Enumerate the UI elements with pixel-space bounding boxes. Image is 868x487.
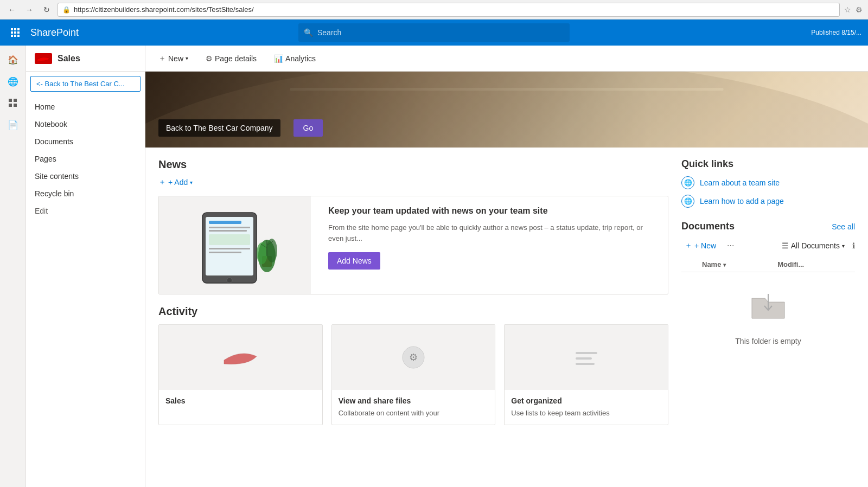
svg-rect-9 (9, 99, 12, 102)
grid-rail-icon[interactable] (3, 93, 23, 113)
url-text: https://citizenbuilders.sharepoint.com/s… (74, 5, 254, 14)
globe-link-icon-0: 🌐 (681, 176, 694, 189)
svg-rect-12 (14, 104, 17, 107)
content-toolbar: ＋ New ▾ ⚙ Page details 📊 Analytics (145, 46, 868, 72)
empty-folder: This folder is empty (681, 272, 855, 356)
nav-item-pages[interactable]: Pages (26, 150, 145, 168)
activity-card-0: Sales (158, 324, 323, 425)
analytics-button[interactable]: 📊 Analytics (270, 51, 320, 66)
svg-rect-14 (290, 88, 723, 91)
see-all-link[interactable]: See all (832, 222, 855, 231)
svg-rect-5 (17, 31, 20, 34)
activity-card-text-1: Collaborate on content with your (339, 408, 489, 418)
home-rail-icon[interactable]: 🏠 (3, 50, 23, 69)
globe-rail-icon[interactable]: 🌐 (3, 72, 23, 91)
svg-rect-10 (14, 99, 17, 102)
activity-card-body-0: Sales (159, 390, 322, 415)
address-bar[interactable]: 🔒 https://citizenbuilders.sharepoint.com… (58, 3, 840, 17)
add-news-button[interactable]: Add News (328, 252, 380, 270)
documents-title: Documents (681, 221, 735, 232)
activity-card-1: ⚙ View and share files Collaborate on co… (331, 324, 496, 425)
new-button[interactable]: ＋ New ▾ (154, 50, 193, 67)
activity-card-title-0: Sales (165, 396, 316, 405)
site-title: Sales (26, 46, 145, 72)
nav-item-home[interactable]: Home (26, 98, 145, 116)
svg-rect-21 (209, 248, 250, 249)
lock-icon: 🔒 (62, 6, 71, 14)
nav-item-recycle-bin[interactable]: Recycle bin (26, 185, 145, 202)
svg-rect-11 (9, 104, 12, 107)
page-details-button[interactable]: ⚙ Page details (201, 51, 261, 66)
app-logo[interactable]: SharePoint (30, 27, 79, 39)
name-sort-icon: ▾ (723, 262, 726, 268)
svg-rect-1 (14, 28, 16, 30)
news-card: Keep your team updated with news on your… (158, 196, 668, 294)
hero-go-button[interactable]: Go (293, 119, 323, 137)
nav-item-documents[interactable]: Documents (26, 133, 145, 150)
quick-link-label-1: Learn how to add a page (700, 197, 784, 206)
site-name-label: Sales (58, 54, 80, 63)
site-logo (35, 53, 52, 64)
doc-more-button[interactable]: ··· (724, 239, 737, 253)
globe-link-icon-1: 🌐 (681, 195, 694, 208)
activity-card-2: Get organized Use lists to keep team act… (504, 324, 668, 425)
bookmark-icon[interactable]: ☆ (844, 5, 851, 14)
add-chevron-icon: ▾ (190, 180, 193, 185)
activity-section: Activity Sales (158, 305, 668, 425)
list-view-icon: ☰ (782, 241, 789, 250)
svg-rect-4 (14, 31, 16, 34)
forward-nav-btn[interactable]: → (23, 3, 36, 16)
content-main: Back to The Best Car Company Go News ＋ +… (145, 72, 868, 487)
plus-icon: ＋ (158, 54, 166, 63)
svg-rect-33 (576, 352, 597, 354)
left-sidebar: Sales <- Back to The Best Car C... Home … (26, 46, 145, 487)
doc-col-modified: Modifi... (773, 257, 855, 272)
nav-item-site-contents[interactable]: Site contents (26, 168, 145, 185)
topbar-right: Published 8/15/... (811, 29, 861, 36)
quick-link-0[interactable]: 🌐 Learn about a team site (681, 176, 855, 189)
svg-rect-35 (576, 363, 595, 365)
waffle-menu-icon[interactable] (7, 24, 24, 41)
documents-header: Documents See all (681, 221, 855, 232)
nav-item-notebook[interactable]: Notebook (26, 116, 145, 133)
doc-view-select[interactable]: ☰ All Documents ▾ (782, 241, 845, 250)
svg-rect-8 (17, 35, 20, 37)
doc-col-name[interactable]: Name ▾ (698, 257, 773, 272)
documents-section: Documents See all ＋ + New ··· ☰ (681, 221, 855, 356)
hero-back-button[interactable]: Back to The Best Car Company (158, 119, 280, 137)
doc-col-icon (681, 257, 698, 272)
back-nav-btn[interactable]: ← (5, 3, 18, 16)
news-add-button[interactable]: ＋ + Add ▾ (158, 177, 668, 187)
activity-card-body-2: Get organized Use lists to keep team act… (505, 390, 668, 425)
page-rail-icon[interactable]: 📄 (3, 115, 23, 134)
news-section-title: News (158, 158, 668, 171)
content-area: ＋ New ▾ ⚙ Page details 📊 Analytics (145, 46, 868, 487)
svg-rect-22 (209, 252, 241, 253)
search-icon: 🔍 (304, 28, 313, 37)
news-headline: Keep your team updated with news on your… (328, 205, 659, 217)
analytics-icon: 📊 (274, 54, 283, 63)
svg-point-26 (257, 242, 267, 264)
side-column: Quick links 🌐 Learn about a team site 🌐 … (681, 158, 855, 425)
nav-item-edit[interactable]: Edit (26, 202, 145, 220)
published-text: Published 8/15/... (811, 29, 861, 36)
search-placeholder: Search (317, 28, 341, 37)
back-to-parent-button[interactable]: <- Back to The Best Car C... (30, 76, 141, 92)
main-layout: 🏠 🌐 📄 Sales <- Back to The Best Car C...… (0, 46, 868, 487)
activity-section-title: Activity (158, 305, 668, 318)
doc-info-icon[interactable]: ℹ (852, 241, 855, 250)
quick-link-1[interactable]: 🌐 Learn how to add a page (681, 195, 855, 208)
empty-folder-icon (692, 283, 844, 332)
browser-bar: ← → ↻ 🔒 https://citizenbuilders.sharepoi… (0, 0, 868, 20)
doc-new-button[interactable]: ＋ + New (681, 239, 719, 253)
refresh-btn[interactable]: ↻ (40, 3, 53, 16)
extensions-icon[interactable]: ⚙ (856, 5, 863, 14)
view-chevron-icon: ▾ (842, 243, 845, 249)
doc-table: Name ▾ Modifi... (681, 257, 855, 272)
nav-list: Home Notebook Documents Pages Site conte… (26, 96, 145, 222)
doc-toolbar: ＋ + New ··· ☰ All Documents ▾ ℹ (681, 239, 855, 253)
svg-rect-0 (11, 28, 13, 30)
search-bar[interactable]: 🔍 Search (298, 23, 570, 42)
doc-plus-icon: ＋ (685, 241, 692, 251)
two-col-layout: News ＋ + Add ▾ (145, 148, 868, 436)
